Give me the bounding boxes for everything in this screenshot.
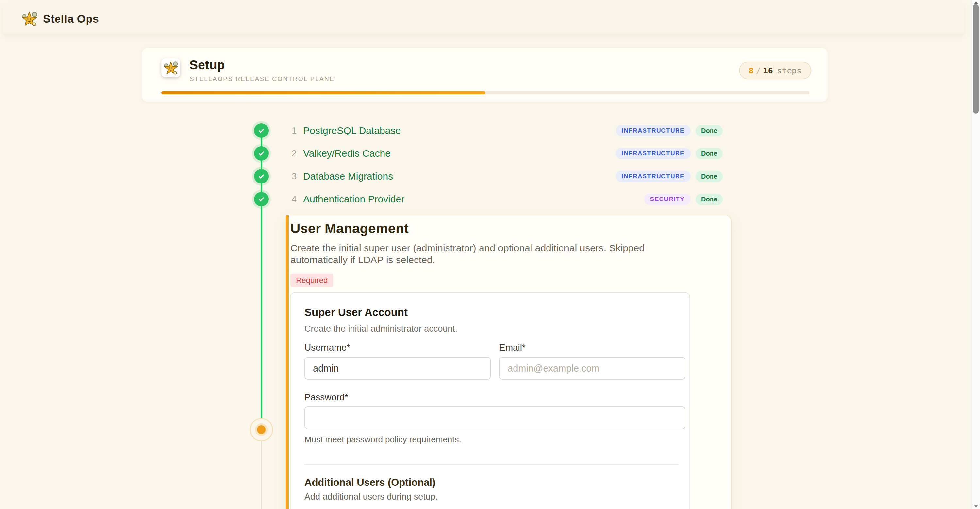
- step-status-badge: Done: [696, 125, 722, 136]
- app-header: Stella Ops: [3, 4, 964, 34]
- super-user-subheading: Create the initial administrator account…: [304, 324, 685, 334]
- steps-done-count: 8: [749, 66, 754, 75]
- step-category-badge: INFRASTRUCTURE: [616, 125, 690, 136]
- step-number: 2: [287, 149, 297, 159]
- stellaops-logo-icon: [21, 10, 38, 27]
- password-label: Password*: [304, 392, 685, 403]
- setup-progress-card: Setup STELLAOPS RELEASE CONTROL PLANE 8 …: [142, 48, 828, 101]
- super-user-heading: Super User Account: [304, 306, 685, 319]
- steps-label: steps: [777, 66, 802, 75]
- timeline-upcoming-rail: [261, 441, 262, 509]
- step-status-badge: Done: [696, 171, 722, 182]
- user-management-panel: User Management Create the initial super…: [285, 215, 732, 509]
- section-description-line2: automatically if LDAP is selected.: [290, 254, 731, 266]
- setup-progress-track: [161, 91, 810, 94]
- scroll-down-arrow-icon[interactable]: [974, 505, 978, 508]
- step-title[interactable]: PostgreSQL Database: [303, 125, 401, 136]
- step-row-valkey-redis[interactable]: 2 Valkey/Redis Cache INFRASTRUCTURE Done: [254, 142, 722, 165]
- brand-name: Stella Ops: [43, 13, 99, 25]
- step-category-badge: SECURITY: [644, 193, 690, 205]
- setup-title: Setup: [189, 58, 225, 72]
- step-status-badge: Done: [696, 193, 722, 205]
- step-complete-check-icon: [254, 146, 269, 161]
- scrollbar-track[interactable]: [972, 0, 980, 509]
- setup-page: { "header": { "brand": "Stella Ops" }, "…: [0, 0, 980, 509]
- additional-users-heading: Additional Users (Optional): [304, 477, 685, 488]
- steps-separator: /: [756, 66, 761, 75]
- step-status-badge: Done: [696, 148, 722, 159]
- step-number: 1: [287, 126, 297, 136]
- required-badge: Required: [290, 274, 333, 287]
- step-complete-check-icon: [254, 124, 269, 138]
- step-title[interactable]: Valkey/Redis Cache: [303, 148, 391, 159]
- setup-logo-badge: [161, 59, 180, 78]
- step-row-postgresql[interactable]: 1 PostgreSQL Database INFRASTRUCTURE Don…: [254, 119, 722, 142]
- step-row-auth-provider[interactable]: 4 Authentication Provider SECURITY Done: [254, 188, 722, 211]
- step-complete-check-icon: [254, 192, 269, 206]
- username-input[interactable]: [304, 357, 491, 380]
- steps-counter-badge: 8 / 16 steps: [739, 62, 812, 79]
- setup-logo-icon: [163, 60, 179, 76]
- step-title[interactable]: Database Migrations: [303, 171, 393, 182]
- scrollbar-thumb[interactable]: [973, 4, 979, 114]
- setup-progress-fill: [161, 91, 485, 94]
- super-user-form-card: Super User Account Create the initial ad…: [290, 292, 690, 509]
- steps-total-count: 16: [763, 66, 773, 75]
- section-description-line1: Create the initial super user (administr…: [290, 242, 731, 254]
- section-description: Create the initial super user (administr…: [290, 242, 731, 266]
- password-input[interactable]: [304, 406, 685, 429]
- email-input[interactable]: [499, 357, 685, 380]
- step-title[interactable]: Authentication Provider: [303, 193, 404, 205]
- setup-subtitle: STELLAOPS RELEASE CONTROL PLANE: [190, 75, 334, 82]
- step-row-db-migrations[interactable]: 3 Database Migrations INFRASTRUCTURE Don…: [254, 165, 722, 188]
- section-title: User Management: [290, 221, 731, 236]
- email-field-group: Email*: [499, 343, 685, 380]
- steps-list: 1 PostgreSQL Database INFRASTRUCTURE Don…: [254, 119, 722, 211]
- step-complete-check-icon: [254, 169, 269, 184]
- password-field-group: Password* Must meet password policy requ…: [304, 392, 685, 445]
- step-category-badge: INFRASTRUCTURE: [616, 171, 690, 182]
- step-category-badge: INFRASTRUCTURE: [616, 148, 690, 159]
- additional-users-subheading: Add additional users during setup.: [304, 492, 685, 502]
- step-number: 3: [287, 171, 297, 182]
- username-label: Username*: [304, 343, 491, 353]
- email-label: Email*: [499, 343, 685, 353]
- form-divider: [304, 464, 679, 465]
- current-step-dot-icon: [257, 425, 266, 434]
- username-field-group: Username*: [304, 343, 491, 380]
- step-number: 4: [287, 194, 297, 205]
- password-help-text: Must meet password policy requirements.: [304, 434, 685, 445]
